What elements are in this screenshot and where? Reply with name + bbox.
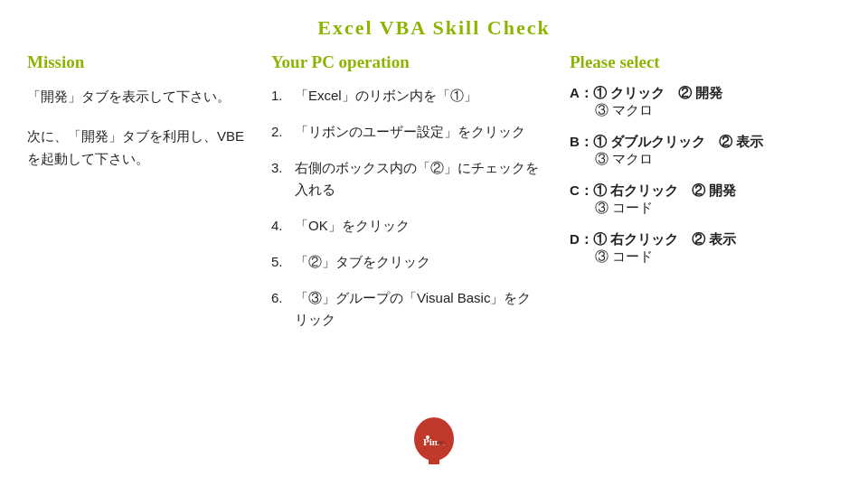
- operation-step-1: 1.「Excel」のリボン内を「①」: [271, 85, 542, 107]
- svg-point-4: [437, 440, 446, 445]
- operation-heading: Your PC operation: [271, 52, 542, 72]
- select-list: A：① クリック ② 開発 ③ マクロ B：① ダブルクリック ② 表示 ③ マ…: [570, 85, 823, 266]
- step-text: 「Excel」のリボン内を「①」: [295, 85, 477, 107]
- operation-step-5: 5.「②」タブをクリック: [271, 251, 542, 273]
- page-title: Excel VBA Skill Check: [0, 0, 868, 52]
- step-text: 「OK」をクリック: [295, 215, 410, 237]
- step-num: 6.: [271, 287, 295, 309]
- select-key: A：① クリック ② 開発: [570, 85, 823, 102]
- select-option-D: D：① 右クリック ② 表示 ③ コード: [570, 231, 823, 266]
- operation-column: Your PC operation 1.「Excel」のリボン内を「①」2.「リ…: [262, 52, 552, 345]
- select-key: C：① 右クリック ② 開発: [570, 182, 823, 200]
- select-sub: ③ コード: [595, 200, 653, 215]
- pimc-logo: Pimc: [407, 414, 461, 468]
- mission-heading: Mission: [27, 52, 244, 72]
- select-sub: ③ コード: [595, 248, 653, 264]
- select-option-A: A：① クリック ② 開発 ③ マクロ: [570, 85, 823, 119]
- mission-text-1: 「開発」タブを表示して下さい。: [27, 85, 244, 108]
- step-text: 「リボンのユーザー設定」をクリック: [295, 121, 525, 143]
- select-option-C: C：① 右クリック ② 開発 ③ コード: [570, 182, 823, 217]
- svg-point-3: [426, 435, 429, 439]
- select-sub: ③ マクロ: [595, 151, 653, 166]
- select-heading: Please select: [570, 52, 823, 72]
- mission-column: Mission 「開発」タブを表示して下さい。 次に、「開発」タブを利用し、VB…: [18, 52, 253, 345]
- operation-step-6: 6.「③」グループの「Visual Basic」をクリック: [271, 287, 542, 331]
- mission-text-2: 次に、「開発」タブを利用し、VBEを起動して下さい。: [27, 125, 244, 171]
- step-num: 5.: [271, 251, 295, 273]
- operation-step-3: 3.右側のボックス内の「②」にチェックを入れる: [271, 157, 542, 201]
- step-text: 右側のボックス内の「②」にチェックを入れる: [295, 157, 542, 201]
- operation-step-4: 4.「OK」をクリック: [271, 215, 542, 237]
- select-option-B: B：① ダブルクリック ② 表示 ③ マクロ: [570, 134, 823, 168]
- operation-list: 1.「Excel」のリボン内を「①」2.「リボンのユーザー設定」をクリック3.右…: [271, 85, 542, 331]
- step-text: 「②」タブをクリック: [295, 251, 430, 273]
- select-column: Please select A：① クリック ② 開発 ③ マクロ B：① ダブ…: [561, 52, 832, 345]
- step-num: 2.: [271, 121, 295, 143]
- svg-rect-1: [429, 457, 439, 464]
- select-key: B：① ダブルクリック ② 表示: [570, 134, 823, 151]
- step-num: 4.: [271, 215, 295, 237]
- step-num: 1.: [271, 85, 295, 107]
- select-key: D：① 右クリック ② 表示: [570, 231, 823, 248]
- operation-step-2: 2.「リボンのユーザー設定」をクリック: [271, 121, 542, 143]
- logo-area: Pimc: [407, 414, 461, 468]
- select-sub: ③ マクロ: [595, 102, 653, 117]
- step-num: 3.: [271, 157, 295, 179]
- step-text: 「③」グループの「Visual Basic」をクリック: [295, 287, 542, 331]
